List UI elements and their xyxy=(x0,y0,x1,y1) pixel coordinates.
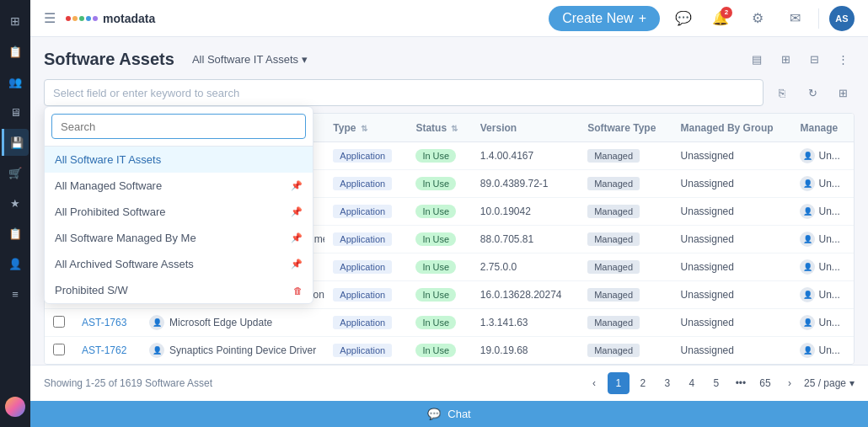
sidebar-item-users[interactable]: 👥 xyxy=(2,68,29,95)
grid-view-icon[interactable]: ⊞ xyxy=(774,47,797,71)
filter-chevron-icon: ▾ xyxy=(302,53,308,66)
pin-icon-3: 📌 xyxy=(291,232,303,243)
page-btn-2[interactable]: 2 xyxy=(632,372,654,394)
dropdown-item-managed-by-me[interactable]: All Software Managed By Me 📌 xyxy=(45,225,313,251)
next-page-btn[interactable]: › xyxy=(779,372,801,394)
dropdown-item-archived[interactable]: All Archived Software Assets 📌 xyxy=(45,251,313,277)
filter-dropdown: All Software IT Assets All Managed Softw… xyxy=(44,106,313,304)
qr-view-icon[interactable]: ⊟ xyxy=(802,47,826,71)
settings-nav-icon[interactable]: ⚙ xyxy=(744,5,771,32)
row-managed-by-group: Unassigned xyxy=(672,170,792,198)
col-managed-by-group[interactable]: Managed By Group xyxy=(672,114,792,142)
row-status: In Use xyxy=(407,198,471,226)
row-managed-by-group: Unassigned xyxy=(672,142,792,170)
notification-icon[interactable]: 🔔 2 xyxy=(707,5,734,32)
col-software-type[interactable]: Software Type xyxy=(579,114,672,142)
filter-selector[interactable]: All Software IT Assets ▾ xyxy=(185,49,315,70)
page-btn-1[interactable]: 1 xyxy=(608,372,630,394)
table-row: AST-1761 👤 Microsoft OneDrive Applicatio… xyxy=(45,365,854,366)
page-btn-ellipsis: ••• xyxy=(730,372,752,394)
dropdown-item-managed[interactable]: All Managed Software 📌 xyxy=(45,173,313,199)
sidebar-item-grid[interactable]: ⊞ xyxy=(2,8,29,35)
sidebar-item-menu[interactable]: ≡ xyxy=(2,280,29,307)
page-btn-3[interactable]: 3 xyxy=(656,372,678,394)
create-new-label: Create New xyxy=(562,11,633,26)
more-options-icon[interactable]: ⋮ xyxy=(831,47,855,71)
dropdown-item-prohibited-label: All Prohibited Software xyxy=(55,205,166,218)
sidebar-item-star[interactable]: ★ xyxy=(2,189,29,216)
col-type[interactable]: Type ⇅ xyxy=(324,114,407,142)
row-status: In Use xyxy=(407,142,471,170)
page-btn-5[interactable]: 5 xyxy=(705,372,727,394)
manage-avatar-icon: 👤 xyxy=(800,204,815,219)
row-software-type: Managed xyxy=(579,309,672,337)
dropdown-item-all[interactable]: All Software IT Assets xyxy=(45,147,313,173)
row-manage: 👤 Un... xyxy=(791,198,854,226)
sidebar-item-cart[interactable]: 🛒 xyxy=(2,159,29,186)
row-version: 2.75.0.0 xyxy=(472,254,579,281)
list-view-icon[interactable]: ▤ xyxy=(745,47,769,71)
page-btn-65[interactable]: 65 xyxy=(754,372,776,394)
pin-icon-4: 📌 xyxy=(291,259,303,270)
sidebar-item-clipboard[interactable]: 📋 xyxy=(2,220,29,247)
row-manage: 👤 Un... xyxy=(791,226,854,254)
topnav: ☰ motadata Create New + 💬 🔔 2 ⚙ ✉ AS xyxy=(30,0,868,37)
copy-icon[interactable]: ⎘ xyxy=(770,81,794,104)
col-version[interactable]: Version xyxy=(472,114,579,142)
row-type: Application xyxy=(324,365,407,366)
chat-bar[interactable]: 💬 Chat xyxy=(30,401,868,427)
row-status: In Use xyxy=(407,254,471,281)
row-checkbox[interactable] xyxy=(53,344,65,355)
table-settings-icon[interactable]: ⊞ xyxy=(831,81,855,104)
sidebar-item-person[interactable]: 👤 xyxy=(2,250,29,277)
row-managed-by-group: Unassigned xyxy=(672,309,792,337)
sidebar-item-software[interactable]: 💾 xyxy=(2,129,29,156)
manage-avatar-icon: 👤 xyxy=(800,343,815,358)
per-page-selector[interactable]: 25 / page ▾ xyxy=(804,377,855,389)
notification-badge: 2 xyxy=(721,7,732,19)
row-id[interactable]: AST-1763 xyxy=(82,317,126,328)
dropdown-item-prohibited-sw[interactable]: Prohibited S/W 🗑 xyxy=(45,277,313,303)
row-status: In Use xyxy=(407,226,471,254)
row-type: Application xyxy=(324,226,407,254)
sidebar-item-file[interactable]: 📋 xyxy=(2,38,29,65)
hamburger-icon[interactable]: ☰ xyxy=(44,10,56,26)
row-managed-by-group: Unassigned xyxy=(672,198,792,226)
create-new-icon: + xyxy=(639,11,646,26)
refresh-icon[interactable]: ↻ xyxy=(801,81,824,104)
row-type: Application xyxy=(324,337,407,365)
dropdown-item-prohibited[interactable]: All Prohibited Software 📌 xyxy=(45,199,313,225)
table-row: AST-1763 👤 Microsoft Edge Update Applica… xyxy=(45,309,854,337)
manage-avatar-icon: 👤 xyxy=(800,315,815,330)
page-btn-4[interactable]: 4 xyxy=(681,372,703,394)
col-manage[interactable]: Manage xyxy=(791,114,854,142)
row-type: Application xyxy=(324,281,407,309)
dropdown-item-prohibited-sw-label: Prohibited S/W xyxy=(55,284,128,296)
prev-page-btn[interactable]: ‹ xyxy=(583,372,605,394)
left-sidebar: ⊞ 📋 👥 🖥 💾 🛒 ★ 📋 👤 ≡ xyxy=(0,0,30,427)
avatar[interactable]: AS xyxy=(829,6,855,31)
create-new-button[interactable]: Create New + xyxy=(549,6,660,31)
dropdown-item-managed-by-me-label: All Software Managed By Me xyxy=(55,232,196,244)
row-status: In Use xyxy=(407,365,471,366)
row-version: 10.0.19042 xyxy=(472,198,579,226)
pin-icon-2: 📌 xyxy=(291,206,303,217)
row-id[interactable]: AST-1762 xyxy=(82,344,126,356)
email-nav-icon[interactable]: ✉ xyxy=(781,5,808,32)
col-status[interactable]: Status ⇅ xyxy=(407,114,471,142)
row-managed-by-group: Unassigned xyxy=(672,365,792,366)
per-page-chevron: ▾ xyxy=(849,377,855,389)
manage-avatar-icon: 👤 xyxy=(800,232,815,247)
row-managed-by-group: Unassigned xyxy=(672,281,792,309)
chat-nav-icon[interactable]: 💬 xyxy=(670,5,697,32)
sidebar-item-monitor[interactable]: 🖥 xyxy=(2,99,29,125)
search-input[interactable] xyxy=(44,79,764,106)
dropdown-search-input[interactable] xyxy=(51,114,306,139)
row-version: 21.016.0124.0003 xyxy=(472,365,579,366)
row-name: 👤 Microsoft Edge Update xyxy=(141,309,324,337)
row-checkbox[interactable] xyxy=(53,316,65,328)
row-software-type: Managed xyxy=(579,254,672,281)
row-version: 88.0.705.81 xyxy=(472,226,579,254)
row-type: Application xyxy=(324,309,407,337)
chat-label: Chat xyxy=(447,408,470,420)
